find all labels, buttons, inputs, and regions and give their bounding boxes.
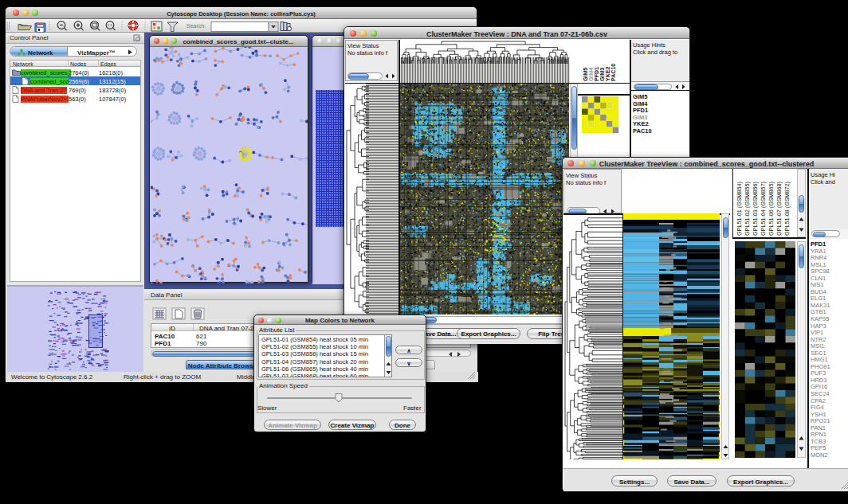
svg-text:GPL51-04 (GSM857): GPL51-04 (GSM857) xyxy=(760,182,767,236)
svg-text:GPL51-03 (GSM856): GPL51-03 (GSM856) xyxy=(752,182,759,236)
svg-text:PAC10: PAC10 xyxy=(610,64,616,81)
svg-text:GIM4: GIM4 xyxy=(588,68,594,81)
svg-text:Search:: Search: xyxy=(186,23,206,29)
svg-text:GPL51-08 (GSM872): GPL51-08 (GSM872) xyxy=(783,182,791,236)
svg-text:GPL51-02 (GSM855): GPL51-02 (GSM855) xyxy=(744,182,751,236)
svg-text:VizMapper™: VizMapper™ xyxy=(77,49,116,57)
svg-text:GPL51-01 (GSM854): GPL51-01 (GSM854) xyxy=(736,182,743,236)
svg-text:Network: Network xyxy=(28,49,53,57)
svg-text:1:1: 1:1 xyxy=(108,23,112,27)
svg-text:GIM3: GIM3 xyxy=(599,68,605,81)
svg-text:GIM5: GIM5 xyxy=(583,68,588,81)
svg-text:YKE2: YKE2 xyxy=(605,67,610,81)
svg-text:GPL51-07 (GSM868): GPL51-07 (GSM868) xyxy=(775,182,783,236)
svg-text:PFD1: PFD1 xyxy=(594,67,599,81)
svg-text:GPL51-06 (GSM865): GPL51-06 (GSM865) xyxy=(768,182,775,236)
